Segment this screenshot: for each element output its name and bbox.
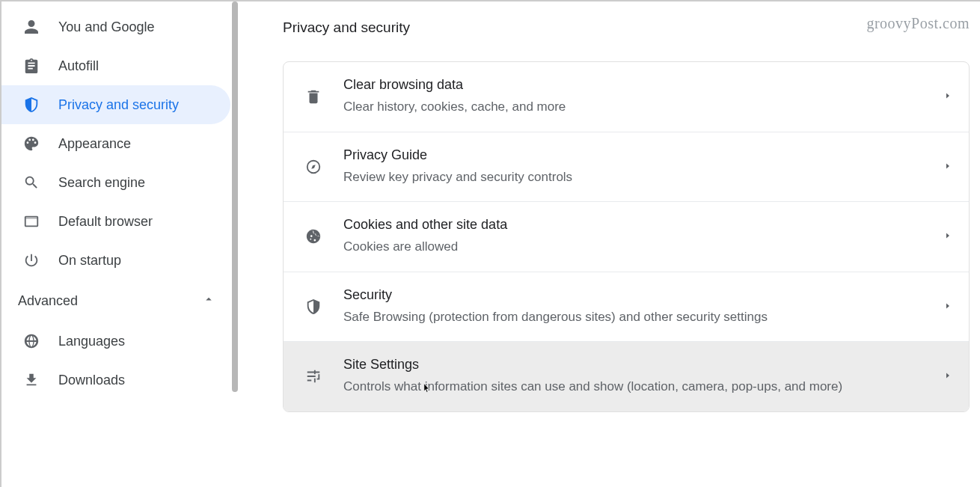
cookie-icon: [304, 227, 322, 245]
row-title: Privacy Guide: [343, 147, 931, 163]
compass-icon: [304, 158, 322, 176]
browser-icon: [22, 212, 40, 230]
sidebar-item-label: Downloads: [58, 373, 125, 388]
sidebar: You and Google Autofill Privacy and secu…: [1, 1, 238, 487]
chevron-right-icon: [943, 160, 952, 174]
row-subtitle: Clear history, cookies, cache, and more: [343, 97, 931, 117]
row-clear-browsing-data[interactable]: Clear browsing data Clear history, cooki…: [284, 62, 969, 132]
row-title: Site Settings: [343, 357, 931, 373]
search-icon: [22, 174, 40, 192]
sidebar-item-appearance[interactable]: Appearance: [1, 124, 230, 163]
row-title: Clear browsing data: [343, 77, 931, 93]
sliders-icon: [304, 367, 322, 385]
chevron-right-icon: [943, 90, 952, 103]
shield-icon: [22, 96, 40, 114]
sidebar-item-label: On startup: [58, 253, 121, 269]
row-subtitle: Review key privacy and security controls: [343, 168, 931, 187]
sidebar-item-label: Default browser: [58, 214, 153, 230]
sidebar-item-label: Autofill: [58, 58, 99, 74]
shield-half-icon: [304, 298, 322, 316]
row-subtitle: Cookies are allowed: [343, 237, 931, 257]
row-security[interactable]: Security Safe Browsing (protection from …: [284, 272, 969, 343]
clipboard-icon: [22, 57, 40, 75]
sidebar-item-default-browser[interactable]: Default browser: [1, 202, 230, 241]
row-title: Security: [343, 287, 931, 303]
sidebar-scrollbar[interactable]: [232, 1, 238, 392]
sidebar-item-label: Languages: [58, 334, 125, 349]
sidebar-item-label: You and Google: [58, 19, 154, 35]
sidebar-item-you-and-google[interactable]: You and Google: [1, 7, 230, 46]
chevron-up-icon: [202, 292, 215, 309]
sidebar-item-label: Search engine: [58, 175, 145, 191]
sidebar-item-languages[interactable]: Languages: [1, 322, 230, 361]
sidebar-item-label: Appearance: [58, 136, 131, 152]
sidebar-item-search-engine[interactable]: Search engine: [1, 163, 230, 202]
row-privacy-guide[interactable]: Privacy Guide Review key privacy and sec…: [284, 132, 969, 203]
sidebar-item-autofill[interactable]: Autofill: [1, 46, 230, 85]
row-subtitle: Controls what information sites can use …: [343, 377, 931, 396]
globe-icon: [22, 332, 40, 350]
advanced-label: Advanced: [18, 293, 78, 309]
download-icon: [22, 371, 40, 389]
main-content: groovyPost.com Privacy and security Clea…: [238, 1, 980, 487]
trash-icon: [304, 88, 322, 105]
power-icon: [22, 251, 40, 269]
watermark: groovyPost.com: [866, 15, 970, 32]
settings-card: Clear browsing data Clear history, cooki…: [283, 61, 970, 412]
row-title: Cookies and other site data: [343, 217, 931, 233]
palette-icon: [22, 135, 40, 153]
row-cookies[interactable]: Cookies and other site data Cookies are …: [284, 202, 969, 272]
chevron-right-icon: [943, 300, 952, 313]
person-icon: [22, 18, 40, 36]
chevron-right-icon: [943, 370, 952, 383]
row-subtitle: Safe Browsing (protection from dangerous…: [343, 307, 931, 327]
sidebar-item-privacy-security[interactable]: Privacy and security: [1, 85, 230, 124]
sidebar-item-label: Privacy and security: [58, 97, 179, 113]
row-site-settings[interactable]: Site Settings Controls what information …: [284, 342, 969, 411]
sidebar-item-downloads[interactable]: Downloads: [1, 361, 230, 399]
sidebar-item-on-startup[interactable]: On startup: [1, 241, 230, 280]
sidebar-advanced-toggle[interactable]: Advanced: [1, 280, 238, 322]
chevron-right-icon: [943, 230, 952, 243]
